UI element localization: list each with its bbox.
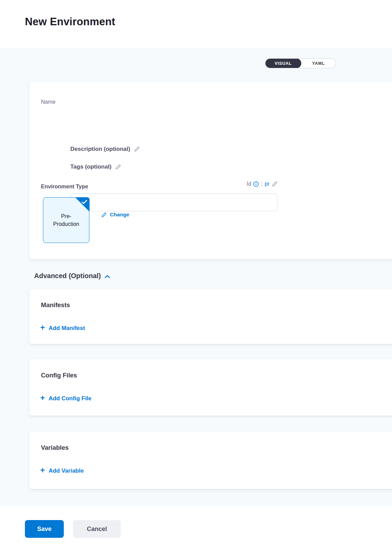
change-pencil-icon	[101, 212, 107, 218]
name-input[interactable]	[70, 193, 277, 211]
toggle-yaml[interactable]: YAML	[301, 59, 336, 68]
id-separator: :	[261, 181, 262, 187]
add-variable-button[interactable]: + Add Variable	[40, 467, 84, 474]
environment-type-label: Environment Type	[41, 184, 88, 190]
variables-card: Variables + Add Variable	[29, 432, 392, 489]
check-icon	[82, 200, 87, 204]
advanced-optional-label: Advanced (Optional)	[34, 272, 101, 280]
change-link-label: Change	[110, 212, 129, 218]
add-manifest-button[interactable]: + Add Manifest	[40, 325, 85, 332]
add-config-file-button[interactable]: + Add Config File	[40, 395, 91, 402]
advanced-optional-toggle[interactable]: Advanced (Optional)	[34, 272, 110, 280]
manifests-card: Manifests + Add Manifest	[29, 289, 392, 344]
visual-yaml-toggle[interactable]: VISUAL YAML	[265, 58, 336, 68]
manifests-title: Manifests	[41, 301, 70, 309]
tags-toggle[interactable]: Tags (optional)	[70, 163, 121, 170]
environment-type-value: Pre-Production	[43, 212, 89, 228]
plus-icon: +	[40, 394, 45, 402]
save-button[interactable]: Save	[25, 520, 64, 538]
description-toggle[interactable]: Description (optional)	[70, 146, 140, 153]
new-environment-page: New Environment VISUAL YAML Name Id : pr	[0, 0, 392, 546]
name-label: Name	[41, 99, 56, 105]
chevron-up-icon	[105, 275, 110, 278]
toggle-visual[interactable]: VISUAL	[265, 58, 301, 68]
variables-title: Variables	[41, 444, 69, 451]
edit-description-pencil-icon[interactable]	[134, 146, 140, 152]
environment-form-card: Name Id : pr Description (optional)	[29, 82, 392, 259]
id-row: Id : pr	[176, 180, 278, 188]
environment-type-tile-preproduction[interactable]: Pre-Production	[43, 197, 89, 243]
id-prefix-label: Id	[247, 181, 251, 187]
plus-icon: +	[40, 324, 45, 332]
cancel-button[interactable]: Cancel	[73, 520, 121, 538]
edit-id-pencil-icon[interactable]	[272, 181, 278, 187]
add-config-file-label: Add Config File	[48, 395, 91, 402]
add-variable-label: Add Variable	[48, 468, 84, 474]
add-manifest-label: Add Manifest	[48, 325, 85, 332]
change-environment-type-link[interactable]: Change	[101, 212, 129, 218]
edit-tags-pencil-icon[interactable]	[115, 164, 121, 170]
id-value: pr	[265, 181, 270, 187]
page-title: New Environment	[25, 16, 115, 28]
info-icon[interactable]	[253, 181, 259, 187]
tags-label: Tags (optional)	[70, 163, 112, 170]
description-label: Description (optional)	[70, 146, 130, 153]
plus-icon: +	[40, 466, 45, 474]
config-files-card: Config Files + Add Config File	[29, 359, 392, 416]
config-files-title: Config Files	[41, 372, 77, 379]
